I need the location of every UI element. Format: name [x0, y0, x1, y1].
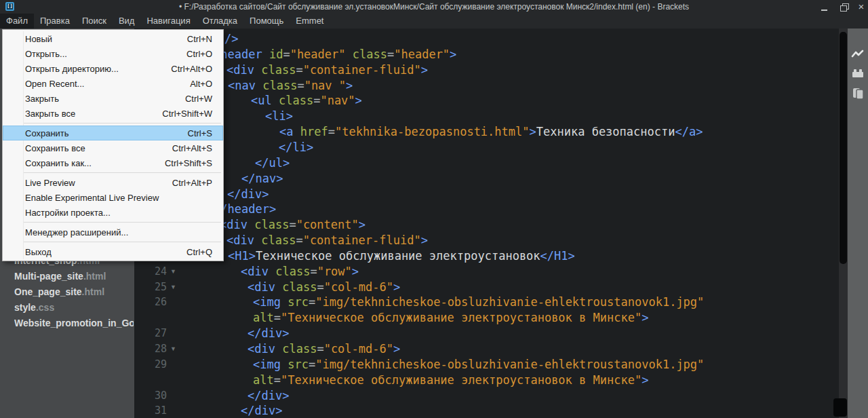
menubar-item-0[interactable]: Файл	[0, 14, 34, 28]
menu-item-shortcut: Ctrl+Shift+S	[165, 158, 212, 168]
code-line[interactable]: />	[224, 31, 238, 47]
file-name: Multi-page_site	[14, 271, 83, 282]
sidebar-file-item[interactable]: style.css	[14, 302, 54, 314]
line-number: 24	[134, 264, 167, 280]
restore-button[interactable]	[838, 1, 852, 12]
extension-manager-icon[interactable]	[851, 66, 865, 80]
file-menu-item[interactable]: Настройки проекта...	[3, 205, 223, 220]
menu-item-shortcut: Ctrl+Alt+O	[171, 64, 212, 74]
menu-item-label: Open Recent...	[25, 79, 84, 89]
file-menu-dropdown: НовыйCtrl+NОткрыть...Ctrl+OОткрыть дирек…	[2, 29, 224, 261]
menubar-item-1[interactable]: Правка	[34, 14, 76, 28]
code-line[interactable]: </li>	[279, 140, 313, 155]
code-line[interactable]: <div class="container-fluid">	[226, 233, 428, 248]
line-number: 30	[134, 388, 167, 404]
file-menu-item[interactable]: Open Recent...Alt+O	[3, 76, 223, 91]
scrollbar-thumb[interactable]	[840, 32, 847, 264]
file-menu-item[interactable]: СохранитьCtrl+S	[3, 126, 223, 140]
file-menu-item[interactable]: Закрыть всеCtrl+Shift+W	[3, 106, 223, 121]
code-line[interactable]: <img src="img/tekhnicheskoe-obsluzhivani…	[253, 357, 704, 373]
pages-icon[interactable]	[851, 87, 865, 100]
horizontal-scrollbar-thumb[interactable]	[833, 398, 847, 417]
menubar-item-3[interactable]: Вид	[113, 14, 141, 28]
menu-item-label: Настройки проекта...	[25, 208, 111, 218]
code-line[interactable]: <div class="col-md-6">	[248, 341, 400, 357]
file-menu-item[interactable]: Enable Experimental Live Preview	[3, 190, 223, 205]
file-menu-item[interactable]: Сохранить как...Ctrl+Shift+S	[3, 155, 223, 170]
menubar-item-5[interactable]: Отладка	[197, 14, 243, 28]
sidebar-file-item[interactable]: Multi-page_site.html	[14, 271, 106, 282]
file-extension: .html	[83, 271, 106, 282]
line-number: 28	[134, 341, 167, 357]
code-line[interactable]: </div>	[227, 187, 269, 202]
close-button[interactable]: ×	[854, 1, 868, 12]
menu-bar: ФайлПравкаПоискВидНавигацияОтладкаПомощь…	[0, 14, 868, 28]
menu-item-label: Live Preview	[25, 178, 75, 188]
code-line[interactable]: </nav>	[241, 171, 283, 187]
file-menu-item[interactable]: ЗакрытьCtrl+W	[3, 91, 223, 106]
file-name: Website_promotion_in_Google	[14, 318, 134, 328]
code-line[interactable]: alt="Техническое обслуживание электроуст…	[253, 310, 648, 326]
file-extension: .css	[36, 302, 54, 313]
code-line[interactable]: <div class="col-md-6">	[248, 280, 400, 295]
window-title: • F:/Разработка сайтов/Сайт обслуживание…	[102, 2, 766, 12]
file-menu-item[interactable]: НовыйCtrl+N	[3, 31, 223, 46]
code-line[interactable]: <li>	[265, 109, 293, 124]
file-name: One_page_site	[14, 286, 82, 297]
file-menu-item[interactable]: Открыть директорию...Ctrl+Alt+O	[3, 61, 223, 76]
line-number: 31	[134, 403, 167, 418]
file-extension: .html	[82, 286, 104, 297]
code-fold-arrow-icon[interactable]: ▼	[170, 280, 180, 295]
code-line[interactable]: <a href="tekhnika-bezopasnosti.html">Тех…	[279, 124, 703, 140]
menubar-item-6[interactable]: Помощь	[243, 14, 290, 28]
code-line[interactable]: </div>	[248, 326, 289, 341]
code-line[interactable]: alt="Техническое обслуживание электроуст…	[253, 373, 648, 388]
code-line[interactable]: <img src="img/tekhnicheskoe-obsluzhivani…	[253, 294, 704, 310]
brackets-app-icon[interactable]: []	[5, 2, 14, 11]
menu-item-label: Enable Experimental Live Preview	[25, 193, 159, 203]
line-number: 27	[134, 326, 167, 341]
menu-item-label: Открыть директорию...	[25, 64, 119, 74]
code-line[interactable]: <ul class="nav">	[251, 93, 362, 109]
menu-item-label: Выход	[25, 247, 52, 257]
file-menu-item[interactable]: Сохранить всеCtrl+Alt+S	[3, 140, 223, 155]
code-line[interactable]: <div class="container-fluid">	[226, 62, 428, 78]
file-menu-item[interactable]: Открыть...Ctrl+O	[3, 46, 223, 61]
code-line[interactable]: </div>	[248, 388, 289, 404]
code-line[interactable]: </ul>	[255, 155, 290, 171]
sidebar-file-item[interactable]: One_page_site.html	[14, 286, 104, 298]
menu-item-shortcut: Ctrl+Q	[186, 247, 212, 257]
file-menu-item[interactable]: Live PreviewCtrl+Alt+P	[3, 175, 223, 190]
sidebar-file-item[interactable]: Website_promotion_in_Google.html	[14, 318, 134, 329]
menu-item-shortcut: Ctrl+Shift+W	[162, 109, 212, 119]
menubar-item-7[interactable]: Emmet	[290, 14, 330, 28]
menu-item-shortcut: Ctrl+Alt+P	[172, 178, 212, 188]
code-line[interactable]: <div class="content">	[220, 217, 366, 233]
menu-item-shortcut: Ctrl+Alt+S	[172, 143, 212, 153]
editor-scrollbar[interactable]	[839, 28, 848, 418]
menu-item-shortcut: Ctrl+S	[188, 128, 212, 138]
code-fold-arrow-icon[interactable]: ▼	[170, 264, 180, 280]
code-fold-arrow-icon[interactable]: ▼	[170, 341, 180, 357]
menu-item-shortcut: Ctrl+N	[187, 34, 212, 44]
code-line[interactable]: <nav class="nav ">	[228, 78, 353, 94]
menu-separator	[24, 172, 221, 173]
code-editor[interactable]: /><header id="header" class="header"><di…	[134, 28, 839, 418]
file-menu-item[interactable]: ВыходCtrl+Q	[3, 244, 223, 259]
menu-item-label: Сохранить как...	[25, 158, 92, 168]
minimize-button[interactable]	[816, 1, 831, 12]
menu-separator	[24, 242, 221, 242]
code-line[interactable]: </div>	[241, 403, 282, 418]
menu-item-label: Сохранить все	[25, 143, 85, 153]
live-preview-icon[interactable]	[851, 48, 865, 61]
menubar-item-4[interactable]: Навигация	[140, 14, 196, 28]
code-line[interactable]: <header id="header" class="header">	[214, 47, 456, 62]
file-menu-item[interactable]: Менеджер расширений...	[3, 225, 223, 240]
code-line[interactable]: <div class="row">	[241, 264, 359, 280]
menubar-item-2[interactable]: Поиск	[76, 14, 113, 28]
code-line[interactable]: <H1>Техническое обслуживание электроуста…	[228, 248, 575, 264]
menu-item-label: Сохранить	[25, 128, 69, 138]
menu-item-shortcut: Ctrl+W	[185, 94, 212, 104]
menu-item-label: Менеджер расширений...	[25, 227, 128, 238]
menu-item-label: Открыть...	[25, 49, 67, 59]
